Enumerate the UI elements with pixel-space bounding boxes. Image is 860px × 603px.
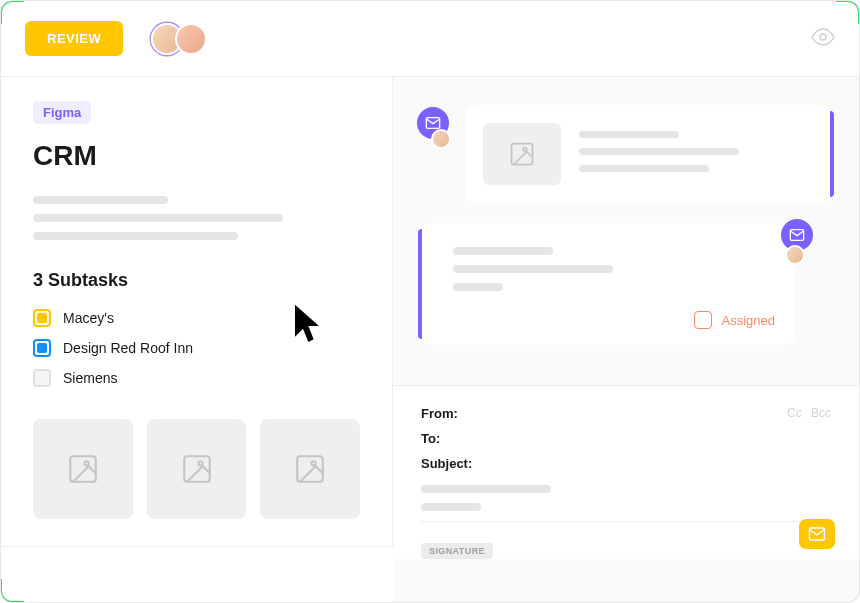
attachment-thumbnails (33, 419, 360, 519)
checkbox-icon[interactable] (694, 311, 712, 329)
skeleton-text (453, 247, 553, 255)
subtask-item[interactable]: Macey's (33, 309, 360, 327)
header-left: REVIEW (25, 21, 207, 56)
assigned-toggle[interactable]: Assigned (453, 311, 775, 329)
avatar (785, 245, 805, 265)
avatar (431, 129, 451, 149)
svg-point-9 (523, 148, 527, 152)
image-placeholder-icon (483, 123, 561, 185)
svg-point-2 (84, 461, 88, 465)
to-label: To: (421, 431, 440, 446)
header: REVIEW (1, 1, 859, 77)
message-card[interactable]: Assigned (421, 223, 795, 345)
image-placeholder[interactable] (260, 419, 360, 519)
subtasks-heading: 3 Subtasks (33, 270, 360, 291)
subtask-item[interactable]: Design Red Roof Inn (33, 339, 360, 357)
subtask-item[interactable]: Siemens (33, 369, 360, 387)
checkbox-icon[interactable] (33, 309, 51, 327)
left-panel: Figma CRM 3 Subtasks Macey's Design Red … (1, 77, 393, 547)
subtask-label: Macey's (63, 310, 114, 326)
signature-row: SIGNATURE (421, 521, 831, 559)
checkbox-icon[interactable] (33, 339, 51, 357)
message-card[interactable] (465, 105, 831, 203)
assigned-label: Assigned (722, 313, 775, 328)
signature-badge[interactable]: SIGNATURE (421, 543, 493, 559)
skeleton-text (453, 265, 613, 273)
svg-point-6 (312, 461, 316, 465)
checkbox-icon[interactable] (33, 369, 51, 387)
skeleton-text (33, 214, 283, 222)
right-panel: Assigned From: Cc Bcc To: Subject: (393, 77, 859, 602)
skeleton-text (421, 485, 551, 493)
subtask-label: Siemens (63, 370, 117, 386)
compose-from-row[interactable]: From: Cc Bcc (421, 406, 831, 421)
skeleton-text (453, 283, 503, 291)
avatar-group[interactable] (151, 23, 207, 55)
from-label: From: (421, 406, 458, 421)
skeleton-text (579, 165, 709, 172)
skeleton-text (421, 503, 481, 511)
skeleton-text (33, 196, 168, 204)
page-title: CRM (33, 140, 360, 172)
bcc-link[interactable]: Bcc (811, 406, 831, 420)
visibility-icon[interactable] (811, 25, 835, 53)
svg-point-0 (820, 34, 826, 40)
subject-label: Subject: (421, 456, 472, 471)
skeleton-text (33, 232, 238, 240)
svg-point-4 (198, 461, 202, 465)
image-placeholder[interactable] (33, 419, 133, 519)
avatar[interactable] (175, 23, 207, 55)
message-preview (579, 123, 813, 182)
skeleton-text (579, 131, 679, 138)
skeleton-text (579, 148, 739, 155)
review-button[interactable]: REVIEW (25, 21, 123, 56)
compose-to-row[interactable]: To: (421, 431, 831, 446)
image-placeholder[interactable] (147, 419, 247, 519)
main-content: Figma CRM 3 Subtasks Macey's Design Red … (1, 77, 859, 602)
compose-subject-row[interactable]: Subject: (421, 456, 831, 471)
source-tag[interactable]: Figma (33, 101, 91, 124)
cc-link[interactable]: Cc (787, 406, 802, 420)
compose-panel: From: Cc Bcc To: Subject: SIGNATURE (393, 385, 859, 559)
cc-bcc-links[interactable]: Cc Bcc (781, 406, 831, 421)
send-button[interactable] (799, 519, 835, 549)
subtask-label: Design Red Roof Inn (63, 340, 193, 356)
